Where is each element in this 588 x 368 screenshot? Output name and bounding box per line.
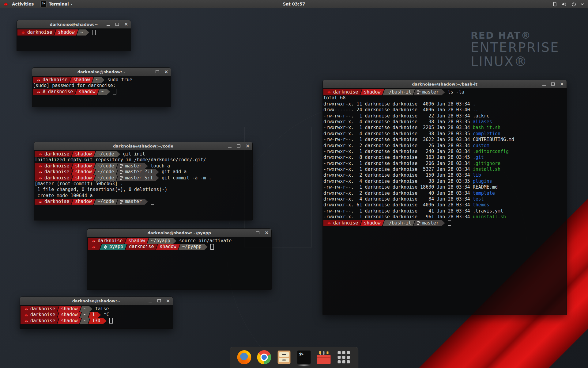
terminal-body[interactable]: darknoiseshadow~/codegit initInitialized… bbox=[34, 150, 252, 220]
close-button[interactable] bbox=[124, 22, 128, 26]
titlebar[interactable]: darknoise@shadow:~/bash-it bbox=[323, 80, 567, 88]
dock-files[interactable] bbox=[277, 350, 291, 364]
minimize-button[interactable] bbox=[106, 22, 110, 26]
prompt-line: pyappdarknoiseshadow~/pyapp bbox=[88, 244, 271, 250]
close-button[interactable] bbox=[166, 299, 170, 303]
terminal-body[interactable]: darknoiseshadow~falsedarknoiseshadow~1^C… bbox=[20, 305, 173, 328]
display-icon[interactable] bbox=[552, 2, 557, 6]
command-text: false bbox=[95, 306, 109, 312]
minimize-button[interactable] bbox=[228, 144, 232, 148]
prompt-segment: darknoise bbox=[21, 312, 59, 318]
ls-meta: drwxrwxr-x. 2 darknoise darknoise 40 Jan… bbox=[323, 190, 473, 196]
prompt-line: darknoiseshadow~/codegit init bbox=[35, 151, 252, 157]
segment-label: shadow bbox=[73, 77, 90, 83]
activities-button[interactable]: Activities bbox=[0, 0, 37, 8]
titlebar[interactable]: darknoise@shadow:~/code bbox=[34, 142, 252, 150]
terminal-cursor bbox=[92, 30, 96, 35]
terminal-body[interactable]: darknoiseshadow~/pyappsource bin/activat… bbox=[87, 237, 271, 289]
toolbox-icon bbox=[317, 351, 331, 364]
dock-chrome[interactable] bbox=[257, 350, 271, 364]
prompt-segment: shadow bbox=[156, 244, 180, 250]
branch-icon bbox=[120, 170, 123, 174]
terminal-body[interactable]: darknoiseshadow~ bbox=[17, 29, 131, 51]
app-menu-terminal[interactable]: $> Terminal ▾ bbox=[37, 0, 76, 8]
dock-toolbox[interactable] bbox=[317, 350, 331, 364]
rhel-branding: RED HAT® ENTERPRISE LINUX® bbox=[471, 30, 559, 69]
close-button[interactable] bbox=[560, 82, 564, 86]
prompt-segment: shadow bbox=[71, 151, 95, 157]
minimize-button[interactable] bbox=[146, 70, 150, 74]
ls-filename: uninstall.sh bbox=[473, 214, 506, 220]
minimize-button[interactable] bbox=[542, 82, 546, 86]
close-button[interactable] bbox=[246, 144, 250, 148]
prompt-segment: shadow bbox=[54, 29, 78, 36]
ls-filename: lib bbox=[473, 172, 481, 178]
branch-icon bbox=[417, 90, 420, 94]
ls-filename: test bbox=[473, 196, 484, 202]
prompt-segment: master bbox=[116, 199, 148, 205]
titlebar[interactable]: darknoise@shadow:~ bbox=[32, 68, 171, 76]
ls-row: -rw-rw-r--. 1 darknoise darknoise 22 Jan… bbox=[323, 113, 566, 119]
segment-label: shadow bbox=[75, 163, 92, 169]
window-title: darknoise@shadow:~ bbox=[50, 22, 98, 27]
prompt-segment: ~/bash-it bbox=[383, 89, 415, 95]
maximize-button[interactable] bbox=[155, 70, 159, 74]
dock-firefox[interactable] bbox=[237, 350, 251, 364]
active-app-indicator bbox=[298, 364, 311, 366]
prompt-segment bbox=[88, 244, 101, 250]
terminal-body[interactable]: darknoiseshadow~sudo true[sudo] password… bbox=[32, 76, 171, 107]
titlebar[interactable]: darknoise@shadow:~ bbox=[20, 297, 173, 305]
prompt-segment: darknoise bbox=[35, 199, 73, 205]
ls-meta: drwxrwxr-x. 2 darknoise darknoise 26 Jan… bbox=[323, 143, 473, 148]
ls-row: -rw-rw-r--. 1 darknoise darknoise 18630 … bbox=[323, 184, 566, 190]
maximize-button[interactable] bbox=[551, 82, 555, 86]
titlebar[interactable]: darknoise@shadow:~ bbox=[17, 20, 131, 29]
ls-meta: -rw-rw-r--. 1 darknoise darknoise 18630 … bbox=[323, 184, 473, 190]
prompt-segment: darknoise bbox=[35, 175, 73, 181]
ls-row: drwxrwxr-x. 2 darknoise darknoise 40 Jan… bbox=[323, 190, 566, 196]
close-button[interactable] bbox=[265, 231, 269, 235]
segment-label: 1 bbox=[92, 312, 95, 318]
power-icon[interactable] bbox=[571, 2, 576, 6]
system-status-area[interactable] bbox=[552, 0, 588, 8]
maximize-button[interactable] bbox=[157, 299, 161, 303]
ls-row: drwxrwxr-x. 2 darknoise darknoise 26 Jan… bbox=[323, 143, 566, 149]
ls-row: drwxrwxr-x. 4 darknoise darknoise 38 Jan… bbox=[323, 131, 566, 137]
command-text: ls -la bbox=[448, 89, 464, 95]
segment-label: darknoise bbox=[30, 318, 55, 324]
maximize-button[interactable] bbox=[256, 231, 260, 235]
dock-app-grid[interactable] bbox=[337, 350, 351, 364]
clock[interactable]: Sat 03:57 bbox=[0, 2, 588, 6]
prompt-segment: darknoise bbox=[21, 318, 59, 324]
command-text: git add a bbox=[162, 169, 187, 175]
terminal-body[interactable]: darknoiseshadow~/bash-itmasterls -latota… bbox=[323, 88, 567, 315]
close-button[interactable] bbox=[164, 70, 168, 74]
prompt-segment: ~/pyapp bbox=[147, 238, 176, 244]
segment-label: shadow bbox=[75, 175, 92, 181]
ls-meta: -rwxrwxr-x. 1 darknoise darknoise 240 Ja… bbox=[323, 149, 473, 154]
segment-label: darknoise bbox=[333, 220, 358, 226]
minimize-button[interactable] bbox=[247, 231, 251, 235]
maximize-button[interactable] bbox=[115, 22, 119, 26]
redhat-icon bbox=[327, 90, 331, 94]
prompt-segment: darknoise bbox=[35, 169, 73, 175]
prompt-segment: shadow bbox=[57, 312, 81, 318]
redhat-icon bbox=[38, 200, 43, 203]
ls-meta: -rwxrwxr-x. 1 darknoise darknoise 206 Ja… bbox=[323, 161, 473, 166]
prompt-segment: ~/code bbox=[94, 199, 118, 205]
minimize-button[interactable] bbox=[148, 299, 152, 303]
ls-filename: .ackrc bbox=[473, 113, 489, 119]
ls-filename: themes bbox=[473, 202, 489, 208]
volume-icon[interactable] bbox=[562, 2, 567, 6]
ls-meta: -rw-rw-r--. 1 darknoise darknoise 22 Jan… bbox=[323, 113, 473, 119]
ls-meta: drwxrwxr-x. 2 darknoise darknoise 150 Ja… bbox=[323, 172, 473, 178]
prompt-segment: ~/code bbox=[94, 151, 120, 157]
segment-label: master bbox=[125, 163, 142, 169]
dock-terminal[interactable]: $> bbox=[297, 350, 311, 364]
titlebar[interactable]: darknoise@shadow:~/pyapp bbox=[87, 229, 271, 237]
dock: $> bbox=[230, 347, 359, 368]
segment-label: pyapp bbox=[109, 244, 123, 250]
segment-label: ~/code bbox=[97, 169, 114, 175]
terminal-code: darknoise@shadow:~/codedarknoiseshadow~/… bbox=[34, 142, 253, 220]
maximize-button[interactable] bbox=[237, 144, 241, 148]
